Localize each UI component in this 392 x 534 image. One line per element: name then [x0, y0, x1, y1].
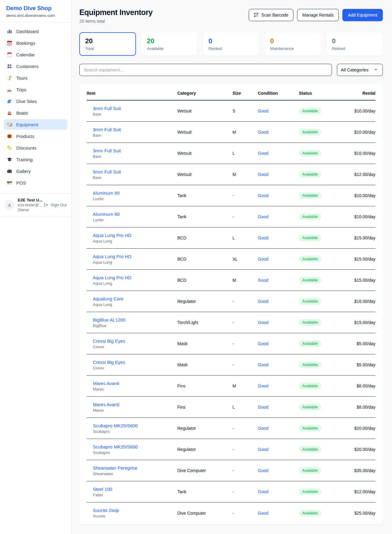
rental-cell: $10.00/day	[351, 193, 375, 198]
stat-card-rented[interactable]: 0Rented	[203, 32, 259, 56]
stat-label: Maintenance	[270, 46, 315, 51]
sidebar-item-products[interactable]: Products	[4, 131, 67, 141]
stat-label: Total	[85, 46, 130, 51]
item-name-link[interactable]: 3mm Full Suit	[93, 127, 177, 132]
sidebar-item-pos[interactable]: POS	[4, 177, 67, 188]
sidebar-item-dashboard[interactable]: Dashboard	[4, 26, 67, 36]
category-cell: BCD	[177, 278, 232, 283]
condition-link[interactable]: Good	[258, 299, 268, 304]
item-brand: Luxfer	[93, 218, 177, 222]
table-row: 3mm Full SuitBareWetsuitSGoodAvailable$1…	[87, 101, 375, 122]
stat-card-retired[interactable]: 0Retired	[326, 32, 383, 56]
item-brand: Mares	[93, 387, 177, 391]
sidebar-item-trips[interactable]: Trips	[4, 84, 67, 95]
sidebar-item-dive-sites[interactable]: Dive Sites	[4, 96, 67, 106]
stat-card-available[interactable]: 20Available	[141, 32, 198, 56]
condition-cell: Good	[258, 172, 299, 177]
search-input[interactable]	[79, 64, 332, 76]
sidebar-item-tours[interactable]: Tours	[4, 73, 67, 83]
brand-title[interactable]: Demo Dive Shop	[6, 5, 65, 12]
item-name-link[interactable]: Aqualung Core	[93, 296, 177, 301]
condition-cell: Good	[258, 151, 299, 156]
condition-link[interactable]: Good	[258, 362, 268, 367]
manage-rentals-button[interactable]: Manage Rentals	[297, 9, 339, 21]
item-cell: 3mm Full SuitBare	[87, 127, 177, 138]
condition-link[interactable]: Good	[258, 405, 268, 410]
sidebar-item-customers[interactable]: Customers	[4, 61, 67, 71]
stat-card-total[interactable]: 20Total	[79, 32, 136, 56]
sidebar-item-bookings[interactable]: 17Bookings	[4, 38, 67, 48]
item-name-link[interactable]: Mares Avanti	[93, 381, 177, 386]
table-row: Scubapro MK25/S600ScubaproRegulator-Good…	[87, 439, 375, 460]
add-equipment-button[interactable]: Add Equipment	[342, 9, 383, 21]
table-row: Suunto ZoopSuuntoDive Computer-GoodAvail…	[87, 502, 375, 524]
sign-out-button[interactable]: Sign Out	[44, 203, 67, 208]
scan-barcode-button[interactable]: Scan Barcode	[249, 9, 293, 21]
user-email: e2e-tester@...	[18, 203, 41, 207]
item-name-link[interactable]: Scubapro MK25/S600	[93, 444, 177, 449]
products-icon	[7, 133, 12, 139]
item-name-link[interactable]: Aqua Lung Pro HD	[93, 254, 177, 259]
condition-link[interactable]: Good	[258, 193, 268, 198]
size-cell: -	[232, 468, 258, 473]
sidebar-item-gallery[interactable]: Gallery	[4, 166, 67, 176]
item-cell: Aqua Lung Pro HDAqua Lung	[87, 233, 177, 243]
item-name-link[interactable]: BigBlue AL1200	[93, 317, 177, 322]
category-filter-value: All Categories	[341, 67, 368, 72]
size-cell: -	[232, 511, 258, 516]
item-name-link[interactable]: Aluminum 80	[93, 190, 177, 196]
condition-link[interactable]: Good	[258, 489, 268, 494]
item-name-link[interactable]: Shearwater Peregrine	[93, 465, 177, 471]
table-row: Mares AvantiMaresFinsLGoodAvailable$8.00…	[87, 397, 375, 418]
condition-link[interactable]: Good	[258, 511, 268, 516]
item-name-link[interactable]: Cressi Big Eyes	[93, 338, 177, 344]
condition-link[interactable]: Good	[258, 383, 268, 388]
rental-cell: $8.00/day	[351, 405, 375, 410]
page-title: Equipment Inventory	[79, 8, 153, 17]
sidebar-item-discounts[interactable]: Discounts	[4, 143, 67, 153]
condition-link[interactable]: Good	[258, 468, 268, 473]
condition-link[interactable]: Good	[258, 278, 268, 283]
item-name-link[interactable]: 5mm Full Suit	[93, 169, 177, 174]
condition-link[interactable]: Good	[258, 257, 268, 261]
condition-link[interactable]: Good	[258, 341, 268, 346]
status-cell: Available	[299, 425, 351, 432]
rental-cell: $10.00/day	[351, 151, 375, 156]
condition-link[interactable]: Good	[258, 151, 268, 156]
item-brand: Aqua Lung	[93, 302, 177, 307]
sidebar-item-boats[interactable]: Boats	[4, 108, 67, 118]
item-name-link[interactable]: 3mm Full Suit	[93, 148, 177, 153]
condition-link[interactable]: Good	[258, 130, 268, 135]
category-filter-select[interactable]: All Categories	[337, 64, 383, 76]
condition-cell: Good	[258, 447, 299, 452]
sidebar-item-label: Dashboard	[16, 29, 39, 34]
status-badge: Available	[299, 383, 321, 389]
item-name-link[interactable]: 3mm Full Suit	[93, 106, 177, 111]
table-row: 3mm Full SuitBareWetsuitLGoodAvailable$1…	[87, 143, 375, 164]
category-cell: Fins	[177, 383, 232, 388]
condition-link[interactable]: Good	[258, 447, 268, 452]
item-name-link[interactable]: Aqua Lung Pro HD	[93, 275, 177, 280]
sidebar-item-equipment[interactable]: Equipment	[4, 119, 67, 130]
item-name-link[interactable]: Steel 100	[93, 486, 177, 492]
condition-link[interactable]: Good	[258, 426, 268, 431]
sidebar-item-training[interactable]: Training	[4, 154, 67, 165]
item-name-link[interactable]: Aluminum 80	[93, 212, 177, 217]
condition-link[interactable]: Good	[258, 214, 268, 219]
condition-link[interactable]: Good	[258, 109, 268, 113]
item-name-link[interactable]: Cressi Big Eyes	[93, 360, 177, 365]
sidebar-item-calendar[interactable]: Calendar	[4, 49, 67, 60]
item-name-link[interactable]: Aqua Lung Pro HD	[93, 233, 177, 238]
category-cell: Wetsuit	[177, 151, 232, 156]
item-name-link[interactable]: Mares Avanti	[93, 402, 177, 407]
condition-link[interactable]: Good	[258, 172, 268, 177]
table-row: Scubapro MK25/S600ScubaproRegulator-Good…	[87, 418, 375, 439]
size-cell: M	[232, 383, 258, 388]
item-cell: Aqua Lung Pro HDAqua Lung	[87, 254, 177, 265]
stat-card-maintenance[interactable]: 0Maintenance	[264, 32, 321, 56]
condition-link[interactable]: Good	[258, 320, 268, 325]
condition-link[interactable]: Good	[258, 235, 268, 240]
item-name-link[interactable]: Suunto Zoop	[93, 508, 177, 513]
item-name-link[interactable]: Scubapro MK25/S600	[93, 423, 177, 428]
status-cell: Available	[299, 256, 351, 262]
